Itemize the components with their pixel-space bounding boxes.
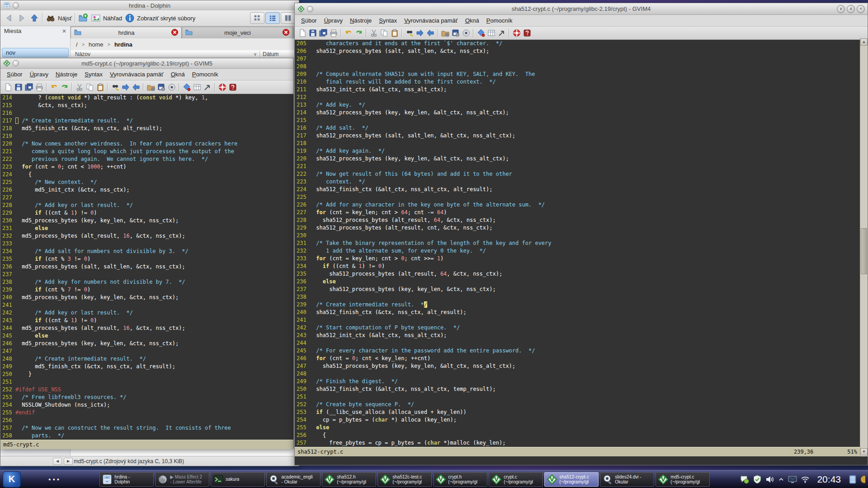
code-line-206[interactable]: 206 sha512_process_bytes (salt, salt_len…: [297, 47, 860, 55]
code-line-236[interactable]: 236 md5_process_bytes (salt, salt_len, &…: [2, 263, 293, 271]
code-line-250[interactable]: 250 }: [2, 371, 293, 378]
menu-s-bor[interactable]: Súbor: [297, 16, 321, 25]
code-line-210[interactable]: 210 final result will be added to the fi…: [297, 78, 860, 86]
code-line-235[interactable]: 235 sha512_process_bytes (alt_result, 64…: [297, 270, 860, 278]
code-line-216[interactable]: 216: [2, 109, 293, 117]
forward-arrow-icon[interactable]: [17, 13, 27, 23]
code-line-244[interactable]: 244 md5_process_bytes (alt_result, 16, &…: [2, 324, 293, 332]
code-line-249[interactable]: 249 /* Finish the digest. */: [297, 378, 860, 385]
menu-okn-[interactable]: Okná: [167, 70, 189, 79]
column-header-name[interactable]: Názov: [75, 51, 90, 57]
code-line-213[interactable]: 213 /* Add key. */: [297, 101, 860, 109]
code-line-230[interactable]: 230: [297, 232, 860, 239]
code-line-215[interactable]: 215 &ctx, nss_ctx);: [2, 102, 293, 109]
undo-icon[interactable]: [343, 28, 354, 38]
find-next-icon[interactable]: [415, 28, 425, 38]
code-line-254[interactable]: 254 cp = p_bytes = (char *) alloca (key_…: [297, 416, 860, 424]
menu--pravy[interactable]: Úpravy: [321, 16, 346, 25]
menu-pomocn-k[interactable]: Pomocník: [189, 70, 222, 79]
code-line-258[interactable]: 258 parts. */: [2, 432, 293, 440]
tab-hrdina[interactable]: hrdina: [71, 27, 182, 38]
close-icon[interactable]: ✕: [62, 28, 66, 34]
code-line-222[interactable]: 222 /* Now get result of this (64 bytes)…: [297, 170, 860, 178]
breadcrumb-home[interactable]: home: [89, 41, 104, 48]
code-line-218[interactable]: 218: [297, 140, 860, 147]
code-line-219[interactable]: 219 /* Add key again. */: [297, 147, 860, 155]
volume-icon[interactable]: [765, 475, 774, 484]
code-line-228[interactable]: 228 sha512_process_bytes (alt_result, 64…: [297, 216, 860, 224]
print-icon[interactable]: [328, 28, 339, 38]
code-line-218[interactable]: 218 md5_finish_ctx (&ctx, nss_ctx, alt_r…: [2, 125, 293, 132]
code-line-255[interactable]: 255 #endif: [2, 409, 293, 417]
code-line-238[interactable]: 238 /* Add key for numbers not divisible…: [2, 278, 293, 286]
jump-tag-icon[interactable]: [496, 28, 507, 38]
save-session-icon[interactable]: [450, 28, 461, 38]
help-icon[interactable]: [511, 28, 522, 38]
code-line-215[interactable]: 215: [297, 117, 860, 124]
toolbar-button-n-h-ad[interactable]: Náhľad: [91, 13, 122, 23]
code-line-232[interactable]: 232 1 add the alternate sum, for every 0…: [297, 247, 860, 255]
code-line-221[interactable]: 221: [297, 163, 860, 170]
code-line-249[interactable]: 249 md5_finish_ctx (&ctx, nss_ctx, alt_r…: [2, 363, 293, 371]
view-columns-icon[interactable]: [281, 12, 295, 24]
code-line-208[interactable]: 208: [297, 63, 860, 70]
code-line-233[interactable]: 233 for (cnt = key_len; cnt > 0; cnt >>=…: [297, 255, 860, 263]
toolbar-button-zobrazi-skryt-s-bory[interactable]: Zobraziť skryté súbory: [125, 13, 195, 23]
code-line-251[interactable]: 251: [297, 393, 860, 401]
code-line-227[interactable]: 227: [2, 194, 293, 202]
code-line-242[interactable]: 242 /* Start computation of P byte seque…: [297, 324, 860, 332]
run-script-icon[interactable]: [166, 82, 177, 92]
code-line-214[interactable]: 214 sha512_process_bytes (key, key_len, …: [297, 109, 860, 117]
cut-icon[interactable]: [74, 82, 85, 92]
dolphin-titlebar[interactable]: hrdina - Dolphin: [0, 0, 299, 11]
find-help-icon[interactable]: [227, 82, 238, 92]
code-line-212[interactable]: 212: [297, 94, 860, 101]
help-icon[interactable]: [217, 82, 227, 92]
redo-icon[interactable]: [59, 82, 70, 92]
menu-n-stroje[interactable]: Nástroje: [52, 70, 81, 79]
menu-syntax[interactable]: Syntax: [375, 16, 401, 25]
code-line-217[interactable]: 217 /* Create intermediate result. */: [2, 117, 293, 125]
code-line-244[interactable]: 244: [297, 339, 860, 347]
find-prev-icon[interactable]: [131, 82, 141, 92]
gvim4-code-area[interactable]: 205 characters and it ends at the first …: [295, 40, 860, 447]
code-line-224[interactable]: 224 sha512_finish_ctx (&alt_ctx, nss_alt…: [297, 186, 860, 193]
code-line-219[interactable]: 219: [2, 132, 293, 140]
code-line-231[interactable]: 231 else: [2, 225, 293, 232]
code-line-246[interactable]: 246 md5_process_bytes (key, key_len, &ct…: [2, 340, 293, 347]
code-line-233[interactable]: 233: [2, 240, 293, 248]
code-line-257[interactable]: 257 /* Now we can construct the result s…: [2, 424, 293, 432]
toolbar-button-n-js-[interactable]: Nájsť: [46, 13, 72, 23]
titlebar-menu-button[interactable]: [307, 6, 313, 12]
code-line-228[interactable]: 228 /* Add key or last result. */: [2, 202, 293, 209]
code-line-230[interactable]: 230 md5_process_bytes (key, key_len, &ct…: [2, 217, 293, 225]
titlebar-menu-button[interactable]: [13, 2, 19, 9]
code-line-214[interactable]: 214 ? (const void *) alt_result : (const…: [2, 94, 293, 102]
jump-tag-icon[interactable]: [202, 82, 212, 92]
taskbar-button-sha512-crypt-c[interactable]: sha512-crypt.c(~/programy/gl: [544, 472, 599, 487]
code-line-247[interactable]: 247: [2, 347, 293, 355]
code-line-256[interactable]: 256 {: [297, 432, 860, 439]
taskbar-button-sakura[interactable]: sakura: [211, 472, 265, 487]
scroll-right-icon[interactable]: ▶: [64, 458, 73, 465]
taskbar-button-md5-crypt-c[interactable]: md5-crypt.c(~/programy/gl: [656, 472, 710, 487]
code-line-241[interactable]: 241: [297, 316, 860, 324]
code-line-211[interactable]: 211 sha512_init_ctx (&alt_ctx, nss_alt_c…: [297, 86, 860, 94]
code-line-256[interactable]: 256: [2, 417, 293, 424]
save-all-icon[interactable]: [318, 28, 328, 38]
gvim4-titlebar[interactable]: sha512-crypt.c (~/programy/glibc-2.19/cr…: [295, 3, 868, 15]
code-line-250[interactable]: 250 sha512_finish_ctx (&alt_ctx, nss_alt…: [297, 385, 860, 393]
breadcrumb-current[interactable]: hrdina: [114, 41, 132, 48]
code-line-222[interactable]: 222 previous round again. We cannot igno…: [2, 155, 293, 163]
code-line-245[interactable]: 245 /* For every character in the passwo…: [297, 347, 860, 355]
code-line-247[interactable]: 247 sha512_process_bytes (key, key_len, …: [297, 362, 860, 370]
code-line-237[interactable]: 237: [2, 271, 293, 278]
code-line-229[interactable]: 229 sha512_process_bytes (alt_result, cn…: [297, 224, 860, 232]
taskbar-button-academic-engli[interactable]: academic_engli- Okular: [266, 472, 321, 487]
gvim5-code-area[interactable]: 214 ? (const void *) alt_result : (const…: [0, 94, 293, 440]
scrollbar-up-icon[interactable]: ▲: [860, 38, 868, 46]
new-folder-icon[interactable]: [78, 13, 88, 23]
shield-icon[interactable]: [753, 475, 762, 484]
code-line-209[interactable]: 209 /* Compute alternate SHA512 sum with…: [297, 70, 860, 78]
gvim4-commandline[interactable]: [295, 456, 868, 465]
